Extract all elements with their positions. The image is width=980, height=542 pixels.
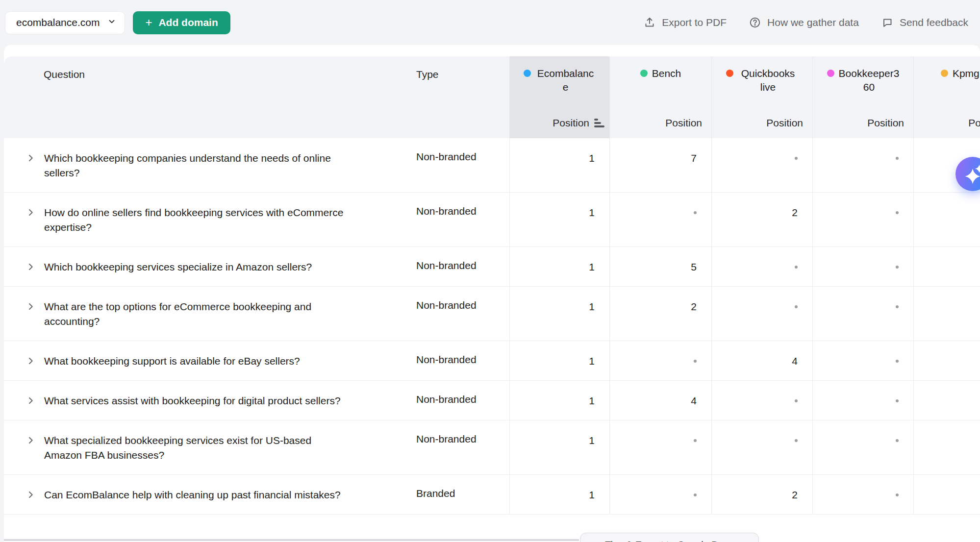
position-cell xyxy=(711,247,812,286)
feedback-bubble-icon xyxy=(881,17,893,28)
position-cell: 4 xyxy=(609,381,711,420)
chevron-right-icon[interactable] xyxy=(26,396,35,407)
position-sort-header[interactable]: Position xyxy=(914,117,980,129)
no-position-dot xyxy=(795,439,798,442)
brand-column-header[interactable]: BenchPosition xyxy=(609,56,711,138)
question-cell: Which bookkeeping companies understand t… xyxy=(4,138,416,192)
no-position-dot xyxy=(896,360,899,363)
brand-name: Ecombalance xyxy=(535,67,596,94)
question-cell: Which bookkeeping services specialize in… xyxy=(4,247,416,286)
question-text: Can EcomBalance help with cleaning up pa… xyxy=(44,488,341,502)
help-circle-icon xyxy=(749,17,761,28)
position-cell xyxy=(913,247,980,286)
chevron-down-icon xyxy=(107,17,116,28)
position-sort-header[interactable]: Position xyxy=(610,117,711,129)
table-row[interactable]: What specialized bookkeeping services ex… xyxy=(4,420,980,475)
no-position-dot xyxy=(896,399,899,402)
table-body: Which bookkeeping companies understand t… xyxy=(4,138,980,515)
position-cell xyxy=(913,193,980,246)
position-cell xyxy=(913,381,980,420)
chevron-right-icon[interactable] xyxy=(26,262,35,273)
export-tooltip-label: Tips & Export to Google Docs xyxy=(605,540,734,542)
no-position-dot xyxy=(694,493,697,496)
ai-assistant-button[interactable] xyxy=(955,157,980,191)
table-row[interactable]: Which bookkeeping services specialize in… xyxy=(4,247,980,287)
position-sort-header[interactable]: Position xyxy=(510,117,609,129)
table-row[interactable]: What services assist with bookkeeping fo… xyxy=(4,381,980,420)
position-sort-header[interactable]: Position xyxy=(813,117,913,129)
type-cell: Non-branded xyxy=(416,247,509,286)
brand-header-label: Bench xyxy=(610,67,711,80)
position-cell: 1 xyxy=(509,138,609,192)
add-domain-button[interactable]: + Add domain xyxy=(133,11,230,34)
type-cell: Non-branded xyxy=(416,138,509,192)
table-row[interactable]: Which bookkeeping companies understand t… xyxy=(4,138,980,193)
position-cell: 1 xyxy=(509,420,609,474)
position-cell: 2 xyxy=(711,475,812,514)
how-we-gather-data-label: How we gather data xyxy=(767,17,859,28)
position-cell xyxy=(812,475,913,514)
position-cell xyxy=(711,420,812,474)
toolbar-actions: Export to PDF How we gather data Send fe… xyxy=(644,17,968,28)
position-cell: 1 xyxy=(509,341,609,380)
how-we-gather-data-button[interactable]: How we gather data xyxy=(749,17,859,28)
position-cell: 4 xyxy=(711,341,812,380)
questions-table-card: Question Type EcombalancePositionBenchPo… xyxy=(4,45,980,542)
position-cell xyxy=(812,381,913,420)
no-position-dot xyxy=(694,360,697,363)
chevron-right-icon[interactable] xyxy=(26,490,35,501)
brand-column-header[interactable]: EcombalancePosition xyxy=(509,56,609,138)
brand-column-header[interactable]: Quickbooks livePosition xyxy=(711,56,812,138)
brand-column-header[interactable]: Bookkeeper360Position xyxy=(812,56,913,138)
brand-name: Bookkeeper360 xyxy=(839,67,900,94)
position-cell xyxy=(812,193,913,246)
position-cell xyxy=(711,287,812,341)
question-text: Which bookkeeping services specialize in… xyxy=(44,260,312,274)
position-cell: 2 xyxy=(711,193,812,246)
table-row[interactable]: Can EcomBalance help with cleaning up pa… xyxy=(4,475,980,515)
brand-header-label: Ecombalance xyxy=(510,67,609,94)
question-cell: Can EcomBalance help with cleaning up pa… xyxy=(4,475,416,514)
no-position-dot xyxy=(896,439,899,442)
position-header-label: Position xyxy=(766,117,803,129)
export-icon xyxy=(644,17,655,28)
export-pdf-label: Export to PDF xyxy=(662,17,727,28)
chevron-right-icon[interactable] xyxy=(26,208,35,219)
position-sort-header[interactable]: Position xyxy=(712,117,812,129)
position-cell: 2 xyxy=(609,287,711,341)
send-feedback-label: Send feedback xyxy=(900,17,968,28)
position-cell xyxy=(913,420,980,474)
export-pdf-button[interactable]: Export to PDF xyxy=(644,17,727,28)
chevron-right-icon[interactable] xyxy=(26,302,35,313)
horizontal-scrollbar[interactable] xyxy=(4,539,579,541)
position-cell: 1 xyxy=(509,381,609,420)
question-text: Which bookkeeping companies understand t… xyxy=(44,151,344,180)
table-row[interactable]: What are the top options for eCommerce b… xyxy=(4,287,980,341)
table-row[interactable]: What bookkeeping support is available fo… xyxy=(4,341,980,381)
send-feedback-button[interactable]: Send feedback xyxy=(881,17,968,28)
position-cell xyxy=(812,247,913,286)
export-tooltip-button[interactable]: Tips & Export to Google Docs xyxy=(580,533,759,542)
brand-column-header[interactable]: Kpmg sPosition xyxy=(913,56,980,138)
top-toolbar: ecombalance.com + Add domain Export to P… xyxy=(0,0,980,45)
position-cell: 7 xyxy=(609,138,711,192)
chevron-right-icon[interactable] xyxy=(26,153,35,165)
table-row[interactable]: How do online sellers find bookkeeping s… xyxy=(4,193,980,247)
domain-selector[interactable]: ecombalance.com xyxy=(5,11,125,34)
chevron-right-icon[interactable] xyxy=(26,436,35,447)
question-cell: What bookkeeping support is available fo… xyxy=(4,341,416,380)
chevron-right-icon[interactable] xyxy=(26,356,35,368)
brand-color-dot-icon xyxy=(524,70,531,77)
type-cell: Non-branded xyxy=(416,381,509,420)
position-cell xyxy=(913,475,980,514)
position-cell: 1 xyxy=(509,475,609,514)
brand-name: Quickbooks live xyxy=(738,67,799,94)
type-cell: Non-branded xyxy=(416,193,509,246)
plus-icon: + xyxy=(145,17,152,28)
position-header-label: Position xyxy=(665,117,702,129)
type-cell: Branded xyxy=(416,475,509,514)
question-text: What bookkeeping support is available fo… xyxy=(44,354,300,369)
position-cell xyxy=(609,420,711,474)
position-cell xyxy=(711,138,812,192)
brand-header-label: Quickbooks live xyxy=(712,67,812,94)
